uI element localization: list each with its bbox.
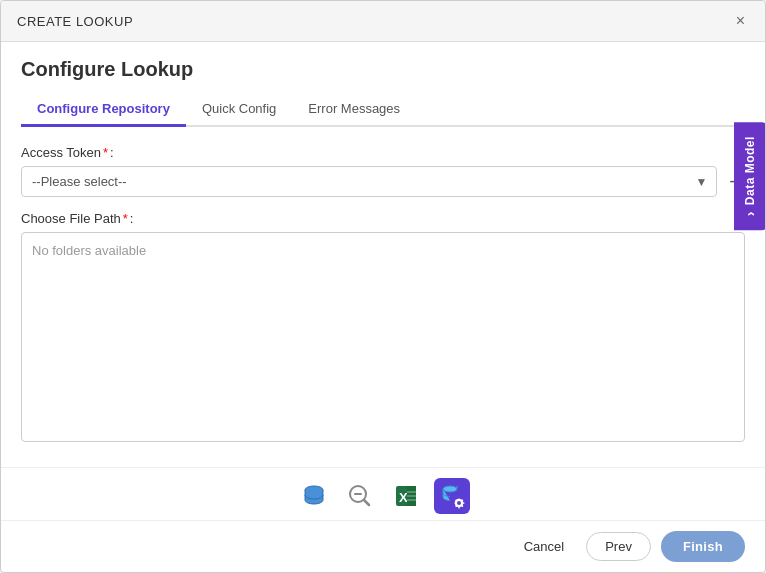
svg-rect-16 [455, 502, 457, 504]
data-model-label: Data Model [743, 136, 757, 205]
access-token-group: Access Token*: --Please select-- ▼ + [21, 145, 745, 197]
file-path-required: * [123, 211, 128, 226]
minus-icon [346, 482, 374, 510]
dialog-header: CREATE LOOKUP × [1, 1, 765, 42]
file-path-label: Choose File Path*: [21, 211, 133, 226]
page-title: Configure Lookup [21, 58, 745, 81]
file-path-group: Choose File Path*: No folders available [21, 211, 745, 442]
db-icon [300, 482, 328, 510]
access-token-required: * [103, 145, 108, 160]
db-icon-button[interactable] [296, 478, 332, 514]
access-token-label: Access Token*: [21, 145, 114, 160]
svg-rect-15 [458, 507, 460, 509]
prev-button[interactable]: Prev [586, 532, 651, 561]
dialog-body: › Data Model Configure Lookup Configure … [1, 42, 765, 467]
excel-icon: X [392, 482, 420, 510]
tab-quick-config[interactable]: Quick Config [186, 93, 292, 127]
db-gear-icon-button[interactable] [434, 478, 470, 514]
tab-error-messages[interactable]: Error Messages [292, 93, 416, 127]
file-path-box: No folders available [21, 232, 745, 442]
access-token-row: --Please select-- ▼ + [21, 166, 745, 197]
svg-rect-17 [463, 502, 465, 504]
tab-configure-repository[interactable]: Configure Repository [21, 93, 186, 127]
svg-rect-14 [458, 499, 460, 501]
svg-text:X: X [399, 490, 408, 505]
minus-icon-button[interactable] [342, 478, 378, 514]
svg-line-3 [364, 500, 369, 505]
footer-icons: X [1, 467, 765, 520]
data-model-tab[interactable]: › Data Model [734, 122, 765, 230]
finish-button[interactable]: Finish [661, 531, 745, 562]
close-button[interactable]: × [732, 11, 749, 31]
create-lookup-dialog: CREATE LOOKUP × › Data Model Configure L… [0, 0, 766, 573]
svg-point-10 [443, 486, 457, 492]
no-folders-text: No folders available [32, 243, 146, 258]
footer-actions: Cancel Prev Finish [1, 520, 765, 572]
excel-icon-button[interactable]: X [388, 478, 424, 514]
access-token-select-wrapper: --Please select-- ▼ [21, 166, 717, 197]
data-model-chevron: › [742, 211, 758, 216]
db-gear-icon [438, 482, 466, 510]
access-token-select[interactable]: --Please select-- [21, 166, 717, 197]
svg-point-13 [457, 501, 461, 505]
tabs-container: Configure Repository Quick Config Error … [21, 93, 745, 127]
cancel-button[interactable]: Cancel [512, 533, 576, 560]
dialog-title: CREATE LOOKUP [17, 14, 133, 29]
